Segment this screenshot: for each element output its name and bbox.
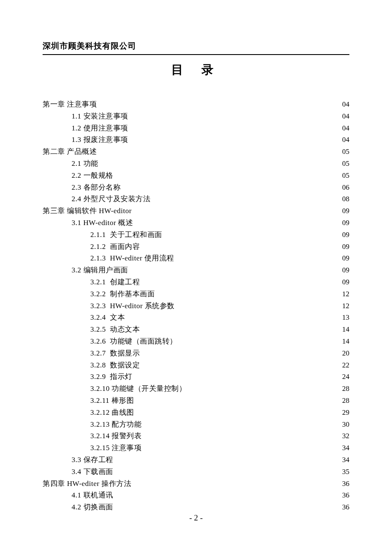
toc-row: 3.4 下载画面35 — [43, 466, 349, 478]
toc-page: 34 — [342, 442, 349, 454]
toc-page: 36 — [342, 501, 349, 513]
toc-label: 2.2 一般规格 — [43, 170, 113, 182]
toc-page: 05 — [342, 146, 349, 158]
toc-page: 04 — [342, 134, 349, 146]
toc-label: 2.4 外型尺寸及安装方法 — [43, 193, 150, 205]
toc-label: 3.2.12 曲线图 — [43, 407, 134, 419]
toc-page: 09 — [342, 229, 349, 241]
toc-page: 13 — [342, 312, 349, 324]
toc-page: 34 — [342, 454, 349, 466]
toc-label: 3.2.2 制作基本画面 — [43, 288, 155, 300]
toc-page: 20 — [342, 347, 349, 359]
toc-page: 36 — [342, 489, 349, 501]
toc-label: 1.1 安装注意事项 — [43, 110, 128, 122]
toc-label: 第四章 HW-editer 操作方法 — [43, 478, 131, 490]
toc-page: 09 — [342, 264, 349, 276]
toc-page: 36 — [342, 478, 349, 490]
toc-row: 第一章 注意事项04 — [43, 98, 349, 110]
toc-label: 第三章 编辑软件 HW-editor — [43, 205, 132, 217]
toc-label: 2.3 各部分名称 — [43, 182, 121, 194]
toc-page: 22 — [342, 359, 349, 371]
toc-page: 04 — [342, 122, 349, 134]
toc-label: 1.3 报废注意事项 — [43, 134, 128, 146]
toc-row: 1.1 安装注意事项04 — [43, 110, 349, 122]
toc-page: 06 — [342, 182, 349, 194]
page-number: - 2 - — [0, 513, 392, 523]
toc-label: 3.3 保存工程 — [43, 454, 113, 466]
toc-label: 4.2 切换画面 — [43, 501, 113, 513]
toc-page: 09 — [342, 217, 349, 229]
toc-row: 1.3 报废注意事项04 — [43, 134, 349, 146]
toc-row: 3.2.1 创建工程09 — [43, 276, 349, 288]
toc-row: 3.2.3 HW-editor 系统参数12 — [43, 300, 349, 312]
toc-list: 第一章 注意事项041.1 安装注意事项041.2 使用注意事项041.3 报废… — [43, 98, 349, 513]
toc-row: 4.2 切换画面36 — [43, 501, 349, 513]
toc-row: 3.2.2 制作基本画面12 — [43, 288, 349, 300]
toc-page: 24 — [342, 371, 349, 383]
toc-page: 09 — [342, 241, 349, 253]
toc-row: 3.2 编辑用户画面09 — [43, 264, 349, 276]
toc-label: 3.2.7 数据显示 — [43, 347, 140, 359]
toc-label: 3.2.6 功能键（画面跳转） — [43, 335, 177, 347]
toc-page: 12 — [342, 300, 349, 312]
toc-label: 3.2.15 注意事项 — [43, 442, 141, 454]
toc-row: 3.2.10 功能键（开关量控制）28 — [43, 383, 349, 395]
toc-row: 3.2.5 动态文本14 — [43, 324, 349, 335]
toc-label: 3.4 下载画面 — [43, 466, 113, 478]
toc-row: 第三章 编辑软件 HW-editor09 — [43, 205, 349, 217]
toc-label: 3.2.11 棒形图 — [43, 395, 134, 407]
toc-label: 1.2 使用注意事项 — [43, 122, 128, 134]
toc-row: 2.4 外型尺寸及安装方法08 — [43, 193, 349, 205]
toc-page: 35 — [342, 466, 349, 478]
toc-row: 3.2.14 报警列表32 — [43, 430, 349, 442]
toc-page: 05 — [342, 170, 349, 182]
toc-page: 04 — [342, 98, 349, 110]
toc-label: 第一章 注意事项 — [43, 98, 97, 110]
toc-row: 2.1.2 画面内容09 — [43, 241, 349, 253]
toc-page: 12 — [342, 288, 349, 300]
toc-row: 1.2 使用注意事项04 — [43, 122, 349, 134]
toc-row: 3.2.8 数据设定22 — [43, 359, 349, 371]
toc-page: 08 — [342, 193, 349, 205]
toc-page: 09 — [342, 205, 349, 217]
toc-row: 2.3 各部分名称06 — [43, 182, 349, 194]
toc-label: 3.2.9 指示灯 — [43, 371, 133, 383]
toc-row: 4.1 联机通讯36 — [43, 489, 349, 501]
toc-page: 30 — [342, 419, 349, 431]
toc-label: 2.1.1 关于工程和画面 — [43, 229, 162, 241]
toc-row: 2.1 功能05 — [43, 158, 349, 170]
toc-page: 09 — [342, 276, 349, 288]
toc-row: 3.2.4 文本13 — [43, 312, 349, 324]
toc-label: 3.2.14 报警列表 — [43, 430, 141, 442]
toc-page: 14 — [342, 324, 349, 335]
toc-page: 04 — [342, 110, 349, 122]
toc-row: 3.1 HW-editor 概述09 — [43, 217, 349, 229]
toc-page: 09 — [342, 252, 349, 264]
toc-page: 32 — [342, 430, 349, 442]
toc-page: 05 — [342, 158, 349, 170]
toc-row: 3.2.13 配方功能30 — [43, 419, 349, 431]
toc-label: 4.1 联机通讯 — [43, 489, 113, 501]
toc-row: 2.2 一般规格05 — [43, 170, 349, 182]
toc-row: 3.2.12 曲线图29 — [43, 407, 349, 419]
toc-page: 28 — [342, 383, 349, 395]
toc-label: 3.2 编辑用户画面 — [43, 264, 128, 276]
toc-label: 3.2.1 创建工程 — [43, 276, 140, 288]
toc-row: 3.2.15 注意事项34 — [43, 442, 349, 454]
toc-label: 2.1 功能 — [43, 158, 98, 170]
toc-row: 2.1.1 关于工程和画面09 — [43, 229, 349, 241]
company-header: 深圳市顾美科技有限公司 — [43, 40, 349, 55]
toc-row: 3.2.7 数据显示20 — [43, 347, 349, 359]
toc-row: 第四章 HW-editer 操作方法36 — [43, 478, 349, 490]
toc-label: 3.2.3 HW-editor 系统参数 — [43, 300, 175, 312]
toc-row: 第二章 产品概述05 — [43, 146, 349, 158]
toc-label: 3.2.10 功能键（开关量控制） — [43, 383, 186, 395]
toc-label: 3.2.5 动态文本 — [43, 324, 140, 335]
toc-page: 29 — [342, 407, 349, 419]
toc-label: 3.2.13 配方功能 — [43, 419, 141, 431]
toc-label: 3.2.4 文本 — [43, 312, 125, 324]
toc-label: 第二章 产品概述 — [43, 146, 97, 158]
toc-label: 2.1.2 画面内容 — [43, 241, 140, 253]
toc-row: 3.3 保存工程34 — [43, 454, 349, 466]
toc-title: 目 录 — [43, 62, 349, 78]
